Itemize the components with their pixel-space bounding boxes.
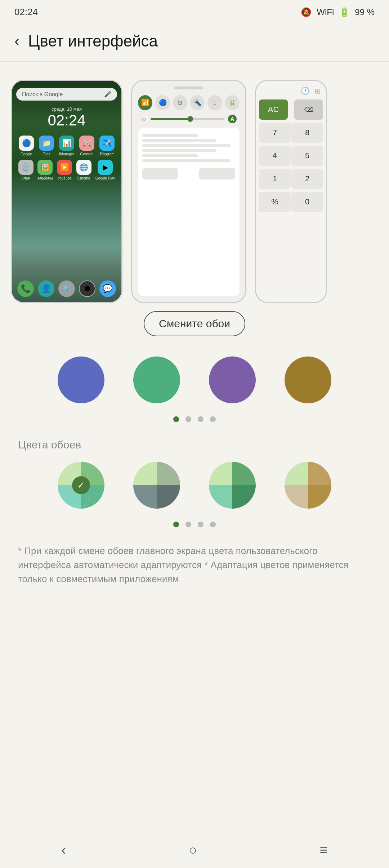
app-telegram-icon: ✈️: [99, 136, 115, 151]
color-dots-row: [0, 416, 389, 422]
brightness-fill: [151, 118, 191, 120]
app-trash: 🗑️ Хлам: [18, 160, 33, 180]
dock-messages: 💬: [99, 280, 116, 297]
calc-1[interactable]: 1: [259, 169, 291, 189]
app-play-icon: ▶: [98, 160, 113, 175]
header-divider: [0, 61, 389, 62]
calc-top-icons: 🕐 ⊞: [256, 81, 326, 98]
app-trash-label: Хлам: [21, 176, 30, 180]
notif-bottom-btns: [142, 168, 235, 180]
notif-card: [138, 128, 240, 296]
calc-ac-btn[interactable]: AC: [259, 99, 288, 120]
phone-search-bar: Поиск в Google 🎤: [16, 88, 117, 101]
apps-row-1: 🔵 Google 📁 Files 📊 iManager ⚔️ Genshin ✈…: [16, 136, 117, 156]
app-imanager-label: iManager: [59, 152, 74, 156]
notif-line-2: [142, 139, 216, 142]
palette-4-q2: [308, 462, 331, 485]
notif-handle: [174, 87, 203, 89]
calculator-mockup: 🕐 ⊞ AC ⌫ 7 8 4 5 1 2 % 0: [255, 80, 327, 303]
nav-home-button[interactable]: ○: [178, 839, 208, 862]
palette-2-q2: [157, 462, 180, 485]
back-button[interactable]: ‹: [14, 34, 19, 49]
nav-back-button[interactable]: ‹: [50, 839, 77, 862]
app-google: 🔵 Google: [19, 136, 34, 156]
palette-3-q2: [232, 462, 256, 485]
app-telegram: ✈️ Telegram: [99, 136, 115, 156]
notif-wifi-btn[interactable]: 📶: [138, 95, 152, 110]
color-option-brown[interactable]: [285, 356, 331, 403]
color-dot-1: [173, 416, 179, 422]
notif-battery-btn[interactable]: 🔋: [225, 95, 240, 110]
mic-icon: 🎤: [104, 91, 111, 98]
phone-bottom-dock: 📞 👤 ⚙️ ⏺ 💬: [15, 280, 118, 297]
notif-bottom-row: [142, 168, 235, 180]
color-dot-3: [198, 416, 204, 422]
mute-icon: 🔕: [301, 7, 312, 17]
brightness-low-icon: ☼: [141, 115, 147, 123]
app-albums-label: Альбомы: [37, 176, 53, 180]
app-genshin: ⚔️ Genshin: [79, 136, 94, 156]
change-wallpaper-button[interactable]: Смените обои: [144, 311, 245, 336]
color-dot-2: [185, 416, 191, 422]
palette-option-2[interactable]: [133, 462, 180, 509]
page-title: Цвет интерфейса: [28, 32, 158, 50]
notif-btn-2[interactable]: [199, 168, 235, 180]
palette-dot-3: [198, 522, 204, 527]
palette-dot-4: [210, 522, 216, 527]
status-time: 02:24: [14, 6, 38, 18]
calc-5[interactable]: 5: [291, 146, 323, 166]
palette-1-selected-checkmark: ✓: [72, 476, 90, 494]
palette-dot-1: [173, 522, 179, 527]
app-chrome-icon: 🌐: [76, 160, 91, 175]
brightness-track[interactable]: [151, 118, 225, 120]
palette-option-3[interactable]: [209, 462, 256, 509]
palette-4-q1: [285, 462, 308, 485]
color-option-green[interactable]: [133, 356, 180, 403]
header: ‹ Цвет интерфейса: [0, 21, 389, 61]
palette-2-q1: [133, 462, 157, 485]
phone-time-display: среда, 10 мая 02:24: [16, 106, 117, 129]
app-youtube-icon: ▶️: [57, 160, 72, 175]
app-files: 📁 Files: [39, 136, 54, 156]
calc-percent[interactable]: %: [259, 192, 291, 212]
notif-line-5: [142, 154, 198, 157]
notif-line-6: [142, 159, 231, 162]
notif-flashlight-btn[interactable]: 🔦: [190, 95, 205, 110]
color-options-section: [0, 349, 389, 422]
calc-7[interactable]: 7: [259, 123, 291, 143]
phone-wallpaper: Поиск в Google 🎤 среда, 10 мая 02:24 🔵 G…: [12, 81, 121, 302]
color-option-purple[interactable]: [209, 356, 256, 403]
notif-dnd-btn[interactable]: ⊖: [173, 95, 187, 110]
bottom-spacer: [0, 597, 389, 640]
palette-dot-2: [185, 522, 191, 527]
palette-2-q4: [157, 485, 180, 509]
calc-back-btn[interactable]: ⌫: [294, 99, 323, 120]
app-play-label: Google Play: [95, 176, 115, 180]
notif-bt-btn[interactable]: 🔵: [155, 95, 170, 110]
calc-2[interactable]: 2: [291, 169, 323, 189]
status-icons: 🔕 WiFi 🔋 99 %: [301, 7, 375, 17]
preview-section: Поиск в Google 🎤 среда, 10 мая 02:24 🔵 G…: [0, 72, 389, 303]
phone-date: среда, 10 мая: [16, 106, 117, 112]
app-google-label: Google: [21, 152, 32, 156]
notif-rotation-btn[interactable]: ↕: [207, 95, 222, 110]
nav-recents-button[interactable]: ≡: [309, 839, 338, 862]
calc-history-icon: 🕐: [301, 87, 310, 95]
calc-0[interactable]: 0: [291, 192, 323, 212]
notif-line-1: [142, 134, 198, 137]
calc-4[interactable]: 4: [259, 146, 291, 166]
app-play: ▶ Google Play: [95, 160, 115, 180]
dock-camera: ⏺: [79, 280, 95, 297]
battery-icon: 🔋: [339, 7, 350, 17]
palette-circles-row: ✓: [0, 455, 389, 516]
notif-line-3: [142, 144, 231, 147]
notif-btn-1[interactable]: [142, 168, 178, 180]
calc-8[interactable]: 8: [291, 123, 323, 143]
color-option-blue[interactable]: [58, 356, 104, 403]
bottom-navigation: ‹ ○ ≡: [0, 832, 389, 868]
palette-option-1[interactable]: ✓: [58, 462, 104, 509]
battery-percent: 99 %: [355, 7, 375, 17]
app-files-label: Files: [43, 152, 50, 156]
palette-option-4[interactable]: [285, 462, 331, 509]
color-circles-row: [0, 349, 389, 411]
